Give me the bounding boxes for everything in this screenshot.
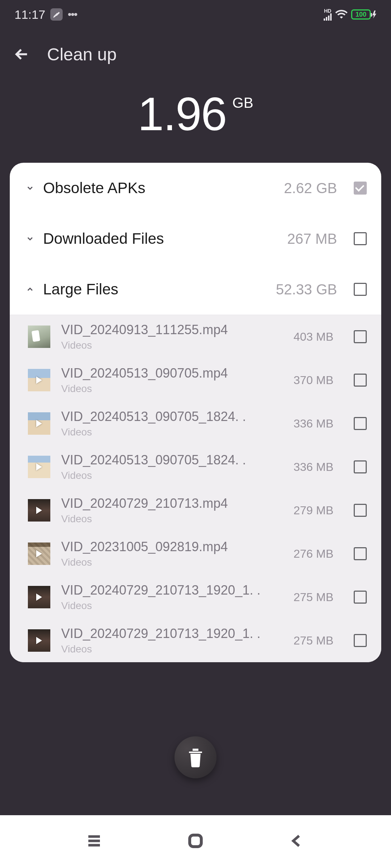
- nav-home-button[interactable]: [187, 832, 204, 851]
- file-checkbox[interactable]: [354, 417, 367, 430]
- file-row[interactable]: VID_20240729_210713_1920_1. . Videos 275…: [10, 575, 381, 619]
- file-name: VID_20240729_210713.mp4: [61, 496, 283, 511]
- file-name: VID_20240913_111255.mp4: [61, 322, 283, 337]
- file-info: VID_20231005_092819.mp4 Videos: [61, 539, 283, 568]
- file-size: 370 MB: [294, 374, 333, 387]
- category-size: 267 MB: [287, 231, 337, 247]
- file-category: Videos: [61, 470, 283, 481]
- file-row[interactable]: VID_20240913_111255.mp4 Videos 403 MB: [10, 315, 381, 358]
- file-category: Videos: [61, 383, 283, 395]
- video-thumbnail: [28, 499, 50, 522]
- file-info: VID_20240513_090705_1824. . Videos: [61, 409, 283, 438]
- video-thumbnail: [28, 412, 50, 435]
- total-value: 1.96: [138, 87, 226, 141]
- arrow-left-icon: [14, 46, 30, 62]
- square-icon: [187, 832, 204, 850]
- file-row[interactable]: VID_20240513_090705.mp4 Videos 370 MB: [10, 358, 381, 402]
- file-name: VID_20231005_092819.mp4: [61, 539, 283, 554]
- file-row[interactable]: VID_20231005_092819.mp4 Videos 276 MB: [10, 532, 381, 575]
- play-icon: [36, 593, 42, 601]
- more-icon: •••: [68, 8, 77, 21]
- play-icon: [36, 550, 42, 557]
- file-row[interactable]: VID_20240513_090705_1824. . Videos 336 M…: [10, 402, 381, 445]
- file-checkbox[interactable]: [354, 374, 367, 387]
- file-size: 276 MB: [294, 547, 333, 561]
- play-icon: [36, 420, 42, 427]
- file-name: VID_20240729_210713_1920_1. .: [61, 583, 283, 598]
- file-checkbox[interactable]: [354, 634, 367, 647]
- wifi-icon: [335, 8, 348, 21]
- chevron-down-icon: [24, 182, 36, 194]
- total-cleanable: 1.96 GB: [0, 80, 391, 163]
- trash-icon: [186, 747, 205, 767]
- file-category: Videos: [61, 340, 283, 351]
- menu-icon: [85, 832, 103, 850]
- status-left: 11:17 •••: [14, 8, 77, 22]
- file-info: VID_20240513_090705_1824. . Videos: [61, 452, 283, 481]
- category-size: 2.62 GB: [284, 180, 337, 196]
- file-size: 275 MB: [294, 591, 333, 604]
- file-checkbox[interactable]: [354, 330, 367, 343]
- file-category: Videos: [61, 600, 283, 612]
- signal-hd-icon: HD: [324, 8, 332, 21]
- file-name: VID_20240513_090705_1824. .: [61, 409, 283, 424]
- file-category: Videos: [61, 643, 283, 655]
- file-info: VID_20240513_090705.mp4 Videos: [61, 366, 283, 395]
- chevron-up-icon: [24, 284, 36, 295]
- category-label: Downloaded Files: [43, 230, 280, 247]
- chevron-left-icon: [288, 832, 306, 850]
- video-thumbnail: [28, 542, 50, 565]
- file-row[interactable]: VID_20240513_090705_1824. . Videos 336 M…: [10, 445, 381, 489]
- file-info: VID_20240729_210713.mp4 Videos: [61, 496, 283, 525]
- category-checkbox[interactable]: [354, 182, 367, 195]
- page-title: Clean up: [47, 44, 117, 64]
- video-thumbnail: [28, 586, 50, 608]
- wrench-icon: [50, 8, 63, 21]
- file-checkbox[interactable]: [354, 504, 367, 517]
- large-files-list[interactable]: VID_20240913_111255.mp4 Videos 403 MB VI…: [10, 315, 381, 662]
- file-name: VID_20240513_090705.mp4: [61, 366, 283, 381]
- category-downloaded-files[interactable]: Downloaded Files 267 MB: [10, 213, 381, 264]
- file-checkbox[interactable]: [354, 460, 367, 473]
- play-icon: [36, 463, 42, 471]
- file-size: 403 MB: [294, 330, 333, 344]
- category-label: Obsolete APKs: [43, 179, 277, 197]
- category-checkbox[interactable]: [354, 283, 367, 296]
- chevron-down-icon: [24, 233, 36, 244]
- video-thumbnail: [28, 369, 50, 391]
- file-category: Videos: [61, 513, 283, 525]
- system-navbar: [0, 815, 391, 868]
- play-icon: [36, 507, 42, 514]
- video-thumbnail: [28, 326, 50, 348]
- status-bar: 11:17 ••• HD 100: [0, 0, 391, 29]
- total-unit: GB: [232, 95, 253, 111]
- video-thumbnail: [28, 456, 50, 478]
- category-label: Large Files: [43, 281, 269, 298]
- file-category: Videos: [61, 426, 283, 438]
- file-row[interactable]: VID_20240729_210713_1920_1. . Videos 275…: [10, 619, 381, 662]
- status-right: HD 100: [324, 8, 377, 21]
- svg-rect-0: [190, 835, 201, 847]
- file-info: VID_20240913_111255.mp4 Videos: [61, 322, 283, 351]
- file-info: VID_20240729_210713_1920_1. . Videos: [61, 583, 283, 612]
- nav-recent-button[interactable]: [85, 832, 103, 851]
- play-icon: [36, 637, 42, 644]
- file-row[interactable]: VID_20240729_210713.mp4 Videos 279 MB: [10, 489, 381, 532]
- nav-back-button[interactable]: [288, 832, 306, 851]
- file-name: VID_20240513_090705_1824. .: [61, 452, 283, 468]
- file-size: 279 MB: [294, 504, 333, 517]
- back-button[interactable]: [11, 43, 33, 65]
- file-size: 336 MB: [294, 460, 333, 474]
- categories-card: Obsolete APKs 2.62 GB Downloaded Files 2…: [10, 163, 381, 662]
- file-checkbox[interactable]: [354, 591, 367, 604]
- file-checkbox[interactable]: [354, 547, 367, 560]
- file-name: VID_20240729_210713_1920_1. .: [61, 626, 283, 641]
- category-checkbox[interactable]: [354, 232, 367, 245]
- delete-fab[interactable]: [175, 736, 216, 778]
- category-size: 52.33 GB: [276, 281, 337, 298]
- file-size: 275 MB: [294, 634, 333, 647]
- battery-icon: 100: [351, 9, 377, 20]
- category-large-files[interactable]: Large Files 52.33 GB: [10, 264, 381, 315]
- category-obsolete-apks[interactable]: Obsolete APKs 2.62 GB: [10, 163, 381, 213]
- play-icon: [36, 376, 42, 384]
